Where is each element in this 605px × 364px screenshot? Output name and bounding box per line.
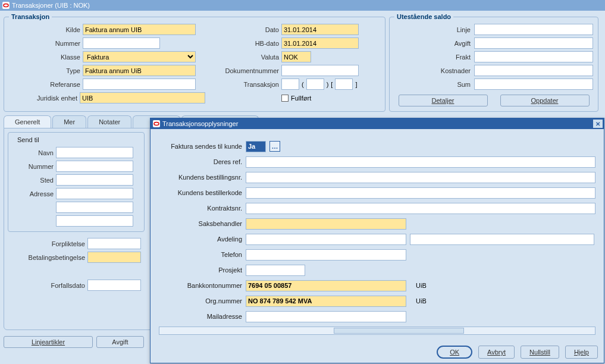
- svg-point-0: [4, 4, 8, 7]
- close-icon[interactable]: ✕: [593, 120, 603, 128]
- linjeartikler-button[interactable]: Linjeartikler: [4, 336, 93, 348]
- dialog-transaksjonsopplysninger: Transaksjonsopplysninger ✕ Faktura sende…: [150, 118, 604, 363]
- sendes-label: Faktura sendes til kunde: [159, 143, 242, 150]
- oracle-icon: [2, 2, 10, 9]
- betaling-field[interactable]: [87, 252, 141, 263]
- forplikt-label: Forpliktelse: [8, 240, 85, 247]
- trans-label: Transaksjon: [208, 81, 279, 88]
- detaljer-button[interactable]: Detaljer: [399, 95, 488, 106]
- mail-field[interactable]: [246, 311, 406, 322]
- transaksjon-legend: Transaksjon: [9, 13, 52, 20]
- sum-field[interactable]: [474, 79, 593, 90]
- dato-label: Dato: [208, 26, 279, 33]
- tab-mer[interactable]: Mer: [52, 115, 86, 128]
- sendtil-group: Send til Navn Nummer Sted Adresse: [8, 132, 145, 232]
- valuta-field[interactable]: [281, 51, 311, 62]
- fullfort-label: Fullført: [291, 95, 311, 102]
- forfall-label: Forfallsdato: [8, 282, 85, 289]
- hbdato-label: HB-dato: [208, 40, 279, 47]
- valuta-label: Valuta: [208, 54, 279, 61]
- saldo-legend: Utestående saldo: [394, 13, 453, 20]
- saksbeh-field[interactable]: [246, 218, 406, 230]
- referanse-label: Referanse: [9, 81, 80, 88]
- st-nummer-label: Nummer: [12, 163, 54, 170]
- avgift-button[interactable]: Avgift: [96, 336, 144, 348]
- linje-label: Linje: [423, 26, 471, 33]
- ok-button[interactable]: OK: [437, 346, 472, 359]
- adresse-label: Adresse: [12, 190, 54, 197]
- orgnr-label: Org.nummer: [159, 297, 242, 305]
- orgnr-suffix: UiB: [416, 297, 427, 305]
- deres-label: Deres ref.: [159, 158, 242, 165]
- forplikt-field[interactable]: [87, 238, 141, 249]
- hbdato-field[interactable]: [281, 37, 359, 49]
- kontrakt-field[interactable]: [246, 203, 595, 214]
- avbryt-button[interactable]: Avbryt: [478, 346, 515, 359]
- adresse3-field[interactable]: [56, 215, 133, 227]
- type-label: Type: [9, 67, 80, 74]
- deres-field[interactable]: [246, 156, 595, 168]
- klasse-label: Klasse: [9, 54, 80, 61]
- horizontal-scrollbar[interactable]: [159, 327, 595, 335]
- telefon-field[interactable]: [246, 249, 406, 261]
- trans-a-field[interactable]: [281, 79, 299, 90]
- orgnr-field[interactable]: [246, 296, 406, 307]
- lov-button[interactable]: …: [269, 141, 280, 152]
- mail-label: Mailadresse: [159, 313, 242, 320]
- sendes-field[interactable]: [246, 141, 266, 152]
- dialog-title: Transaksjonsopplysninger: [162, 120, 238, 127]
- saksbeh-label: Saksbehandler: [159, 220, 242, 227]
- adresse-field[interactable]: [56, 188, 133, 199]
- betaling-label: Betalingsbetingelse: [8, 254, 85, 261]
- tab-generelt[interactable]: Generelt: [4, 115, 51, 128]
- oracle-icon: [153, 120, 160, 127]
- tab-notater[interactable]: Notater: [87, 115, 131, 128]
- dialog-titlebar[interactable]: Transaksjonsopplysninger ✕: [151, 118, 604, 129]
- linje-field[interactable]: [474, 24, 593, 35]
- kost-field[interactable]: [474, 65, 593, 76]
- bestkode-field[interactable]: [246, 187, 595, 199]
- st-nummer-field[interactable]: [56, 161, 133, 172]
- avgift-field[interactable]: [474, 37, 593, 49]
- adresse2-field[interactable]: [56, 202, 133, 213]
- kilde-label: Kilde: [9, 26, 80, 33]
- hjelp-button[interactable]: Hjelp: [565, 346, 598, 359]
- prosjekt-label: Prosjekt: [159, 266, 242, 274]
- bestkode-label: Kundens bestillerkode: [159, 189, 242, 196]
- referanse-field[interactable]: [83, 79, 196, 90]
- bestnr-label: Kundens bestillingsnr.: [159, 174, 242, 181]
- trans-b-field[interactable]: [306, 79, 324, 90]
- prosjekt-field[interactable]: [246, 265, 305, 276]
- nullstill-button[interactable]: Nullstill: [521, 346, 559, 359]
- navn-field[interactable]: [56, 147, 133, 158]
- frakt-field[interactable]: [474, 51, 593, 62]
- juridisk-label: Juridisk enhet: [9, 95, 77, 102]
- kontrakt-label: Kontraktsnr.: [159, 205, 242, 212]
- bank-suffix: UiB: [416, 282, 427, 289]
- nummer-field[interactable]: [83, 37, 160, 49]
- bank-label: Bankkontonummer: [159, 282, 242, 289]
- kilde-field[interactable]: [83, 24, 196, 35]
- dokumentnr-field[interactable]: [281, 65, 359, 76]
- dato-field[interactable]: [281, 24, 359, 35]
- kost-label: Kostnader: [423, 67, 471, 74]
- avdeling-field[interactable]: [246, 234, 406, 245]
- oppdater-button[interactable]: Oppdater: [500, 95, 590, 106]
- main-title: Transaksjoner (UIB : NOK): [12, 0, 90, 11]
- juridisk-field[interactable]: [80, 92, 205, 103]
- frakt-label: Frakt: [423, 54, 471, 61]
- avdeling-desc-field[interactable]: [410, 234, 594, 245]
- type-field[interactable]: [83, 65, 196, 76]
- fullfort-checkbox[interactable]: [281, 95, 289, 102]
- bestnr-field[interactable]: [246, 172, 595, 183]
- forfall-field[interactable]: [87, 280, 141, 291]
- avgift-label: Avgift: [423, 40, 471, 47]
- navn-label: Navn: [12, 149, 54, 156]
- dokumentnr-label: Dokumentnummer: [208, 67, 279, 74]
- main-titlebar: Transaksjoner (UIB : NOK): [0, 0, 605, 11]
- sted-field[interactable]: [56, 174, 133, 186]
- klasse-select[interactable]: Faktura: [83, 51, 196, 62]
- trans-c-field[interactable]: [335, 79, 353, 90]
- bank-field[interactable]: [246, 280, 406, 291]
- sendtil-legend: Send til: [15, 136, 41, 143]
